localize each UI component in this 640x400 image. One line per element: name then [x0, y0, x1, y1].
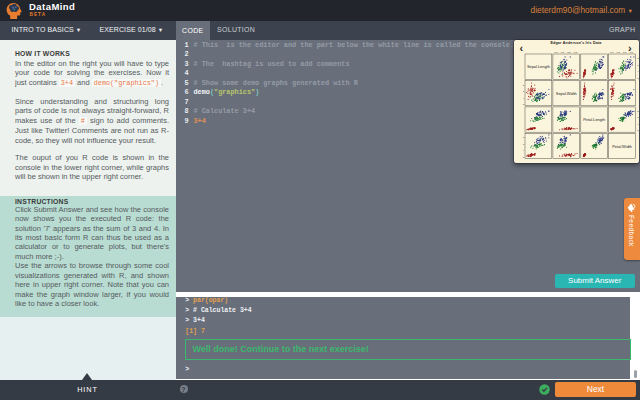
svg-text:2: 2	[637, 110, 639, 113]
svg-text:Sepal.Width: Sepal.Width	[556, 91, 577, 96]
svg-text:5: 5	[523, 103, 525, 106]
svg-text:2: 2	[637, 57, 639, 60]
svg-text:2.5: 2.5	[623, 51, 627, 54]
svg-text:4: 4	[523, 149, 525, 152]
svg-text:5: 5	[523, 156, 525, 159]
svg-text:5: 5	[637, 77, 639, 80]
svg-text:Petal.Length: Petal.Length	[583, 117, 605, 122]
svg-text:1.5: 1.5	[616, 51, 620, 54]
svg-text:2.5: 2.5	[567, 51, 571, 54]
svg-text:1.5: 1.5	[561, 51, 565, 54]
svg-text:0.5: 0.5	[554, 51, 558, 54]
svg-text:Petal.Width: Petal.Width	[612, 144, 632, 149]
svg-text:4: 4	[637, 123, 639, 126]
svg-text:4: 4	[637, 70, 639, 73]
svg-text:5: 5	[637, 129, 639, 132]
svg-text:3: 3	[523, 143, 525, 146]
svg-text:3.5: 3.5	[574, 51, 578, 54]
svg-text:3: 3	[637, 64, 639, 67]
svg-text:2: 2	[523, 136, 525, 139]
svg-text:4: 4	[523, 97, 525, 100]
svg-text:Sepal.Length: Sepal.Length	[527, 64, 550, 69]
svg-text:3: 3	[637, 116, 639, 119]
svg-text:0.5: 0.5	[610, 51, 614, 54]
svg-text:3: 3	[523, 90, 525, 93]
svg-text:2: 2	[523, 84, 525, 87]
